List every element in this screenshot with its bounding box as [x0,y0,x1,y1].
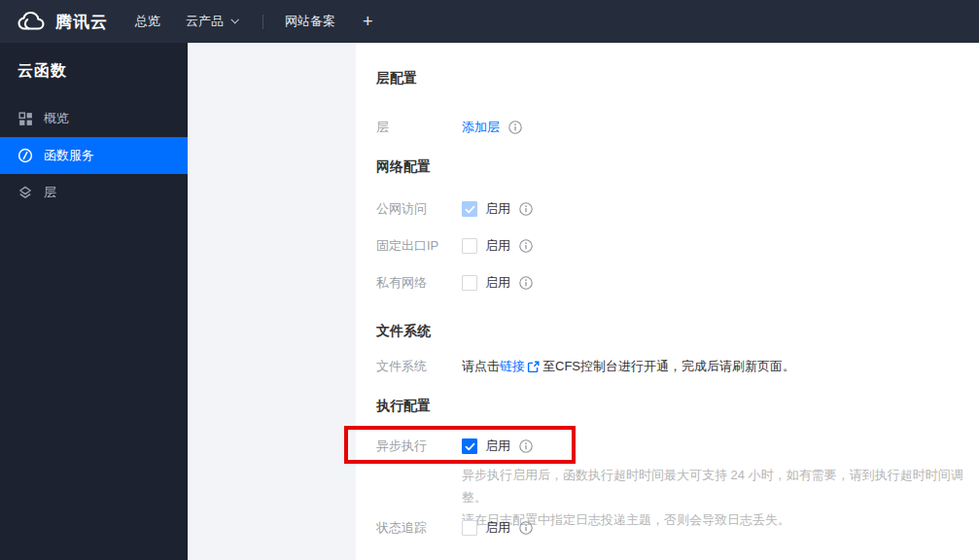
async-execution-row: 异步执行 启用 [376,437,533,456]
status-trace-checkbox[interactable] [462,520,477,536]
brand-name: 腾讯云 [55,11,108,33]
enable-label: 启用 [485,438,510,455]
section-title-layer-config: 层配置 [376,70,417,88]
info-icon[interactable] [519,202,533,216]
check-icon [465,205,475,214]
filesystem-label: 文件系统 [376,358,462,375]
info-icon[interactable] [519,276,533,290]
check-icon [465,442,475,451]
cloud-icon [17,11,46,32]
filesystem-row: 文件系统 请点击 链接 至CFS控制台进行开通，完成后请刷新页面。 [376,357,795,376]
vpc-label: 私有网络 [376,274,462,292]
async-execution-label: 异步执行 [376,438,462,455]
enable-label: 启用 [485,519,510,537]
section-title-execution-config: 执行配置 [376,398,431,415]
secondary-panel [188,43,356,560]
tencent-cloud-console: { "topbar": { "brand": "腾讯云", "nav": { "… [0,0,979,560]
sidebar-title: 云函数 [0,43,188,82]
public-access-row: 公网访问 启用 [376,199,533,219]
info-icon[interactable] [508,121,522,134]
layer-label: 层 [376,119,462,136]
fixed-ip-label: 固定出口IP [376,237,462,255]
nav-divider [262,15,263,29]
helper-line-2: 请在日志配置中指定日志投递主题，否则会导致日志丢失。 [462,508,975,531]
vpc-row: 私有网络 启用 [376,273,533,293]
chevron-down-icon [230,16,238,23]
sidebar-item-label: 函数服务 [44,147,94,164]
sidebar-item-overview[interactable]: 概览 [0,100,188,137]
external-link-icon[interactable] [527,361,540,373]
topbar: 腾讯云 总览 云产品 网站备案 + [0,0,979,43]
async-execution-checkbox[interactable] [462,438,477,454]
sidebar-menu: 概览 函数服务 层 [0,100,188,211]
fixed-ip-row: 固定出口IP 启用 [376,236,533,256]
helper-line-1: 异步执行启用后，函数执行超时时间最大可支持 24 小时，如有需要，请到执行超时时… [462,464,975,508]
nav-products[interactable]: 云产品 [186,13,237,30]
add-tab-button[interactable]: + [363,12,373,32]
info-icon[interactable] [519,521,533,535]
nav-beian[interactable]: 网站备案 [285,13,335,30]
section-title-filesystem: 文件系统 [376,323,431,340]
sidebar-item-layers[interactable]: 层 [0,174,188,211]
layers-icon [17,185,33,200]
vpc-checkbox[interactable] [462,275,477,291]
function-config-form: 层配置 层 添加层 网络配置 公网访问 启用 [356,43,979,560]
enable-label: 启用 [485,200,510,218]
status-trace-row: 状态追踪 启用 [376,518,533,538]
nav-overview[interactable]: 总览 [135,13,160,30]
fixed-ip-checkbox[interactable] [462,238,477,254]
filesystem-text-after: 至CFS控制台进行开通，完成后请刷新页面。 [542,358,795,375]
brand-logo[interactable]: 腾讯云 [17,11,108,33]
filesystem-text-before: 请点击 [462,358,500,375]
nav-products-label: 云产品 [186,13,224,30]
status-trace-label: 状态追踪 [376,519,462,537]
layer-row: 层 添加层 [376,118,522,137]
info-icon[interactable] [519,239,533,253]
enable-label: 启用 [485,274,510,292]
section-title-network-config: 网络配置 [376,158,431,176]
add-layer-link[interactable]: 添加层 [462,119,500,136]
cfs-link[interactable]: 链接 [500,358,525,375]
public-access-label: 公网访问 [376,200,462,218]
function-icon [17,148,33,163]
public-access-checkbox[interactable] [462,201,477,217]
sidebar-item-label: 概览 [44,110,69,127]
sidebar-item-label: 层 [44,184,56,201]
sidebar-item-function-service[interactable]: 函数服务 [0,137,188,174]
grid-icon [17,111,33,126]
info-icon[interactable] [519,439,533,453]
sidebar: 云函数 概览 函数服务 [0,43,188,560]
async-execution-helper-text: 异步执行启用后，函数执行超时时间最大可支持 24 小时，如有需要，请到执行超时时… [462,464,975,531]
enable-label: 启用 [485,237,510,255]
